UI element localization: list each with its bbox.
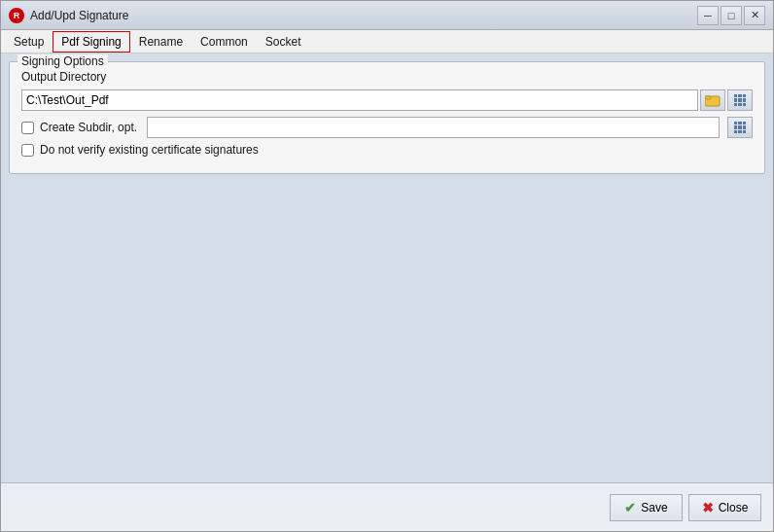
menu-bar: Setup Pdf Signing Rename Common Socket — [1, 30, 773, 53]
signing-options-group: Signing Options Output Directory — [9, 61, 765, 174]
subdir-grid-icon — [734, 122, 746, 133]
title-bar-controls: ─ □ ✕ — [697, 6, 765, 25]
maximize-button[interactable]: □ — [721, 6, 742, 25]
grid-view-button[interactable] — [727, 89, 753, 111]
save-button[interactable]: ✔ Save — [610, 494, 683, 521]
close-icon: ✖ — [702, 500, 714, 515]
output-directory-row — [21, 89, 753, 111]
save-icon: ✔ — [624, 500, 636, 515]
svg-rect-1 — [705, 96, 711, 99]
subdir-grid-button[interactable] — [727, 117, 753, 138]
app-icon: R — [9, 8, 24, 23]
create-subdir-label: Create Subdir, opt. — [40, 121, 137, 134]
menu-item-pdf-signing[interactable]: Pdf Signing — [53, 31, 129, 53]
close-button[interactable]: ✖ Close — [688, 494, 761, 521]
create-subdir-input[interactable] — [147, 117, 720, 138]
close-label: Close — [719, 501, 749, 514]
output-directory-label: Output Directory — [21, 70, 753, 84]
save-label: Save — [641, 501, 667, 514]
footer: ✔ Save ✖ Close — [1, 482, 773, 531]
main-window: R Add/Upd Signature ─ □ ✕ Setup Pdf Sign… — [0, 0, 774, 532]
window-title: Add/Upd Signature — [30, 9, 128, 22]
menu-item-socket[interactable]: Socket — [257, 31, 310, 53]
window-close-button[interactable]: ✕ — [744, 6, 765, 25]
grid-icon — [734, 94, 746, 106]
menu-item-common[interactable]: Common — [192, 31, 257, 53]
title-bar-left: R Add/Upd Signature — [9, 8, 128, 23]
minimize-button[interactable]: ─ — [697, 6, 719, 25]
do-not-verify-label: Do not verify existing certificate signa… — [40, 143, 259, 157]
browse-folder-button[interactable] — [700, 89, 725, 111]
title-bar: R Add/Upd Signature ─ □ ✕ — [1, 1, 773, 30]
output-directory-input[interactable] — [21, 89, 698, 111]
do-not-verify-checkbox[interactable] — [21, 144, 34, 157]
create-subdir-checkbox[interactable] — [21, 122, 34, 134]
menu-item-setup[interactable]: Setup — [5, 31, 53, 53]
create-subdir-row: Create Subdir, opt. — [21, 117, 753, 138]
do-not-verify-row: Do not verify existing certificate signa… — [21, 143, 753, 157]
group-label: Signing Options — [18, 54, 108, 68]
content-area: Signing Options Output Directory — [1, 53, 773, 482]
menu-item-rename[interactable]: Rename — [130, 31, 192, 53]
folder-icon — [705, 93, 721, 107]
